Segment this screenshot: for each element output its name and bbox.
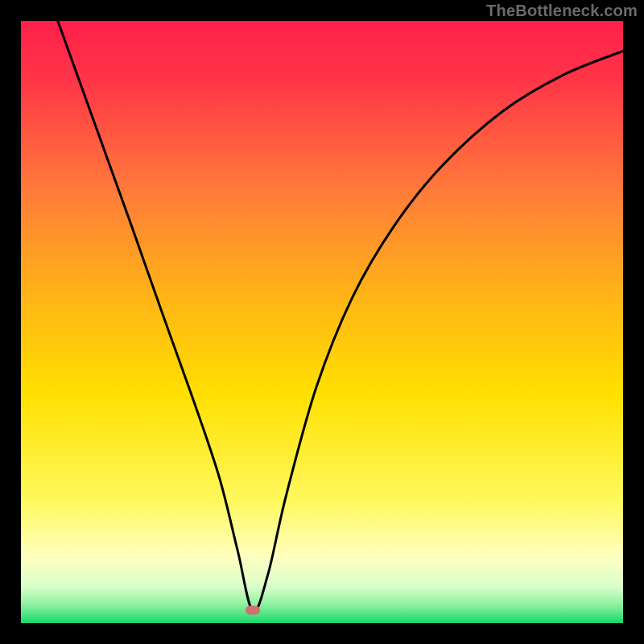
plot-area xyxy=(21,21,623,623)
watermark-text: TheBottleneck.com xyxy=(486,2,638,20)
bottleneck-curve xyxy=(21,21,623,623)
outer-frame: TheBottleneck.com xyxy=(0,0,644,644)
optimum-marker xyxy=(246,606,260,615)
